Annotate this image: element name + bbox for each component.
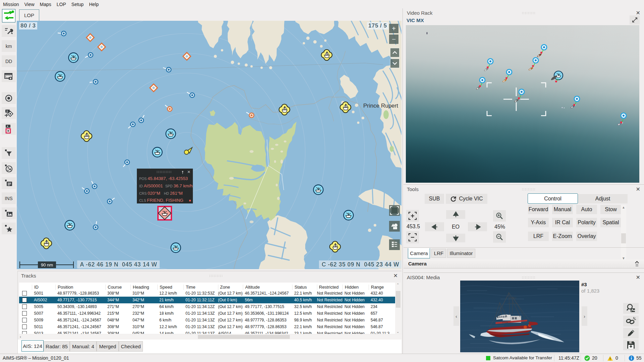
svg-text:Prince Rupert: Prince Rupert [363, 103, 398, 109]
svg-text:90 nm: 90 nm [41, 262, 53, 267]
svg-text:5763A: 5763A [502, 321, 508, 323]
